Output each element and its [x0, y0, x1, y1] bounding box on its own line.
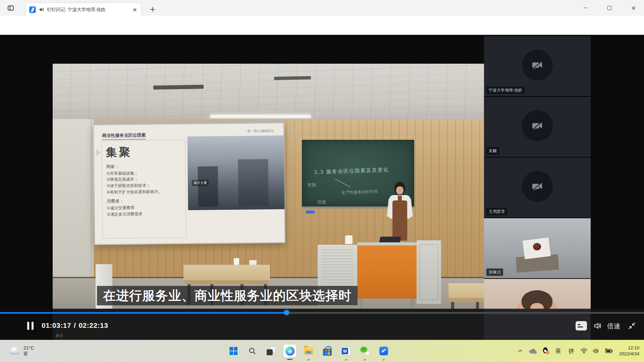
kettle — [345, 235, 353, 244]
battery-charging-icon[interactable] — [604, 344, 613, 358]
board-eraser — [306, 210, 315, 214]
new-tab-button[interactable] — [148, 5, 158, 14]
slide-photo-caption: 城天大厦 — [192, 180, 209, 186]
total-duration: 02:22:13 — [78, 321, 108, 329]
slide-line: ①共享基础设施； — [106, 170, 181, 177]
camera-off-avatar — [522, 50, 553, 80]
taskbar-store-button[interactable] — [321, 344, 334, 358]
tab-actions-icon — [7, 5, 14, 11]
slide-header: 商业性服务业区位因素 — [102, 132, 146, 140]
slide-heading: 集聚 — [106, 144, 181, 160]
pause-button[interactable] — [25, 321, 35, 330]
video-frame[interactable]: 商业性服务业区位因素 · 第一组3.1城镇区位 · 集聚 商家： ①共享基础设施… — [53, 64, 484, 310]
microsoft-store-icon — [323, 349, 332, 356]
browser-tab-bar: 钉钉闪记- 宁波大学地理-徐皓 — [0, 0, 644, 16]
blackboard-note: 范围 — [317, 199, 326, 205]
running-app-indicator — [383, 359, 385, 360]
file-explorer-icon — [304, 347, 313, 355]
running-app-indicator — [308, 359, 310, 360]
input-method-indicator[interactable]: 拼 — [567, 344, 576, 358]
window-close-icon — [631, 5, 637, 11]
slide-line: 消费者： — [106, 197, 181, 205]
word-icon: W — [342, 347, 351, 355]
participant-tile[interactable]: 王周茴雪 — [484, 158, 591, 218]
weather-cloud-icon — [9, 347, 20, 355]
laptop — [379, 237, 401, 243]
search-button[interactable] — [246, 344, 259, 358]
student-table — [448, 283, 484, 298]
viewer-watermark: 黄仪 — [56, 333, 63, 338]
participant-tile[interactable]: 宁波大学地理-徐皓 — [484, 36, 591, 96]
volume-tray-icon[interactable] — [592, 344, 600, 358]
taskbar-dingtalk-button[interactable] — [377, 344, 390, 358]
desk-leg — [411, 299, 414, 309]
participant-name: 宁波大学地理-徐皓 — [486, 86, 525, 94]
weather-widget[interactable]: 21°C 雾 — [6, 340, 37, 362]
wifi-icon[interactable] — [580, 344, 588, 358]
video-subtitle: 在进行服务业、商业性服务业的区块选择时 — [97, 286, 358, 305]
cup — [234, 258, 239, 265]
onedrive-cloud-icon[interactable] — [529, 344, 537, 358]
dingtalk-icon — [379, 347, 388, 355]
qq-tray-icon[interactable] — [542, 347, 549, 355]
participant-tile[interactable]: 张琳洁 — [484, 218, 591, 278]
volume-button[interactable] — [592, 320, 603, 331]
start-button[interactable] — [227, 344, 240, 358]
slide-photo: 城天大厦 — [187, 135, 285, 210]
taskbar-clock[interactable]: 12:10 2022/4/24 — [618, 345, 639, 357]
time-separator: / — [74, 321, 76, 329]
weather-condition: 雾 — [23, 351, 34, 357]
participant-name: 吴颖 — [486, 147, 499, 155]
taskbar-word-button[interactable]: W — [339, 344, 353, 358]
screen-root: 钉钉闪记- 宁波大学地理-徐皓 https://shanji.ding — [0, 0, 644, 362]
progress-fill — [0, 312, 286, 314]
window-close-button[interactable] — [626, 0, 641, 16]
subtitle-toggle-button[interactable] — [576, 321, 587, 330]
lectern — [417, 240, 441, 304]
tab-actions-menu-button[interactable] — [5, 3, 16, 13]
window-minimize-button[interactable] — [578, 0, 593, 16]
task-view-icon — [267, 349, 273, 355]
weather-temperature: 21°C — [23, 345, 34, 351]
task-view-button[interactable] — [264, 344, 278, 358]
playback-speed-button[interactable]: 倍速 — [607, 322, 621, 331]
tray-date: 2022/4/24 — [619, 351, 639, 356]
presenter-apron — [392, 200, 407, 241]
participant-name: 王周茴雪 — [486, 208, 507, 215]
search-icon — [248, 347, 256, 355]
collapse-view-button[interactable] — [627, 320, 637, 331]
system-tray: 英 拼 — [517, 340, 644, 362]
taskbar-wechat-button[interactable] — [358, 344, 372, 358]
classroom-left-wall — [53, 119, 94, 278]
camera-off-icon — [532, 61, 543, 69]
student-table — [183, 265, 270, 280]
student-table-edge — [185, 280, 269, 284]
camera-off-icon — [532, 121, 543, 130]
dingtalk-shanji-favicon — [29, 6, 36, 13]
teacher-desk — [357, 242, 417, 299]
tab-audio-icon[interactable] — [39, 7, 44, 12]
taskbar-edge-button[interactable] — [283, 344, 297, 358]
camera-off-avatar — [522, 110, 553, 141]
ceiling-light — [210, 115, 311, 118]
desk-leg — [360, 299, 363, 309]
taskbar-app-icons: W — [227, 340, 390, 362]
tab-close-button[interactable] — [132, 7, 138, 13]
tray-time: 12:10 — [628, 345, 639, 350]
camera-off-icon — [532, 182, 543, 191]
presenter-face — [396, 186, 404, 194]
running-app-indicator — [345, 359, 347, 360]
input-language-indicator[interactable]: 英 — [554, 344, 562, 358]
taskbar-file-explorer-button[interactable] — [302, 344, 315, 358]
participant-video-still — [533, 243, 541, 250]
tray-chevron-button[interactable] — [517, 344, 524, 358]
active-app-indicator — [287, 359, 292, 360]
camera-off-avatar — [522, 171, 553, 202]
box — [249, 260, 257, 265]
window-maximize-button[interactable] — [602, 0, 617, 16]
progress-bar[interactable] — [0, 312, 644, 314]
participant-tile[interactable]: 吴颖 — [484, 97, 591, 157]
tab-title: 钉钉闪记- 宁波大学地理-徐皓 — [47, 7, 129, 13]
wechat-icon — [360, 347, 370, 355]
browser-tab[interactable]: 钉钉闪记- 宁波大学地理-徐皓 — [25, 3, 142, 16]
